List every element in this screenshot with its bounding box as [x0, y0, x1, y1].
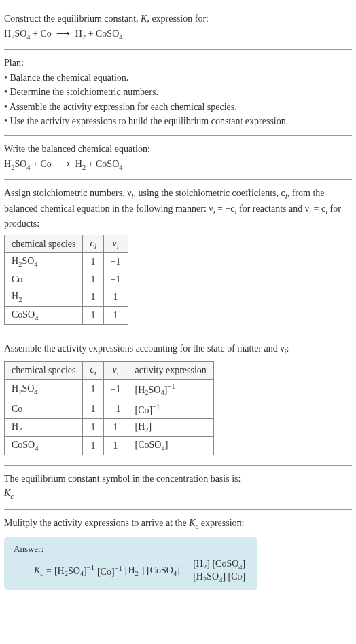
header-vi: νi: [103, 235, 128, 253]
eq-h2: H2: [75, 29, 86, 39]
multiply-section: Mulitply the activity expressions to arr…: [4, 510, 352, 596]
answer-box: Answer: Kc = [H2SO4]−1 [Co]−1 [H2] [CoSO…: [4, 537, 257, 590]
multiply-line: Mulitply the activity expressions to arr…: [4, 516, 352, 531]
symbol-section: The equilibrium constant symbol in the c…: [4, 466, 352, 510]
header-species: chemical species: [5, 362, 83, 380]
header-vi: νi: [103, 362, 128, 380]
cell-ci: 1: [83, 271, 103, 288]
arrow-icon: ⟶: [56, 29, 70, 39]
bal-h2so4: H2SO4: [4, 159, 31, 169]
cell-species: CoSO4: [5, 437, 83, 455]
cell-vi: −1: [103, 271, 128, 288]
activity-title: Assemble the activity expressions accoun…: [4, 342, 352, 357]
plan-bullet-4: • Use the activity expressions to build …: [4, 115, 352, 128]
stoich-table: chemical species ci νi H2SO4 1 −1 Co 1 −…: [4, 235, 128, 325]
cell-activity: [CoSO4]: [128, 437, 213, 455]
k-symbol: K: [141, 14, 147, 24]
cell-ci: 1: [83, 288, 103, 307]
cell-species: Co: [5, 400, 83, 419]
term-h2so4: [H2SO4]−1: [54, 564, 94, 577]
cell-ci: 1: [83, 380, 103, 400]
answer-label: Answer:: [14, 544, 248, 554]
bal-plus-coso4: + CoSO4: [86, 159, 122, 169]
cell-vi: 1: [103, 288, 128, 307]
cell-species: CoSO4: [5, 307, 83, 325]
symbol-line: The equilibrium constant symbol in the c…: [4, 472, 352, 486]
prompt-text-1: Construct the equilibrium constant,: [4, 14, 141, 24]
term-co: [Co]−1: [97, 565, 122, 577]
table-row: H2 1 1 [H2]: [5, 419, 214, 437]
plan-bullet-3: • Assemble the activity expression for e…: [4, 100, 352, 114]
cell-ci: 1: [83, 307, 103, 325]
bal-plus-co: + Co: [31, 159, 52, 169]
table-row: H2 1 1: [5, 288, 128, 307]
cell-vi: −1: [103, 253, 128, 271]
header-ci: ci: [83, 362, 103, 380]
cell-ci: 1: [83, 419, 103, 437]
activity-section: Assemble the activity expressions accoun…: [4, 335, 352, 466]
cell-vi: −1: [103, 400, 128, 419]
table-row: Co 1 −1 [Co]−1: [5, 400, 214, 419]
cell-species: H2: [5, 288, 83, 307]
eq-h2so4: H2SO4: [4, 29, 31, 39]
fraction: [H2] [CoSO4] [H2SO4] [Co]: [192, 558, 247, 584]
plan-title: Plan:: [4, 56, 352, 70]
stoich-section: Assign stoichiometric numbers, νi, using…: [4, 180, 352, 335]
activity-header-row: chemical species ci νi activity expressi…: [5, 362, 214, 380]
numerator: [H2] [CoSO4]: [192, 558, 247, 571]
intro-section: Construct the equilibrium constant, K, e…: [4, 5, 352, 50]
prompt-text-2: , expression for:: [147, 14, 209, 24]
cell-ci: 1: [83, 437, 103, 455]
table-row: CoSO4 1 1 [CoSO4]: [5, 437, 214, 455]
plan-bullet-1: • Balance the chemical equation.: [4, 71, 352, 85]
table-row: H2SO4 1 −1: [5, 253, 128, 271]
table-row: H2SO4 1 −1 [H2SO4]−1: [5, 380, 214, 400]
intro-prompt: Construct the equilibrium constant, K, e…: [4, 12, 352, 26]
cell-vi: −1: [103, 380, 128, 400]
cell-ci: 1: [83, 253, 103, 271]
plan-section: Plan: • Balance the chemical equation. •…: [4, 50, 352, 136]
header-activity: activity expression: [128, 362, 213, 380]
stoich-intro: Assign stoichiometric numbers, νi, using…: [4, 187, 352, 231]
cell-species: Co: [5, 271, 83, 288]
equals: =: [46, 566, 52, 577]
kc-inline: Kc: [189, 518, 198, 528]
cell-species: H2SO4: [5, 380, 83, 400]
kc-lhs: Kc: [34, 565, 43, 577]
arrow-icon-2: ⟶: [56, 159, 70, 169]
balanced-title: Write the balanced chemical equation:: [4, 143, 352, 156]
stoich-header-row: chemical species ci νi: [5, 235, 128, 253]
cell-ci: 1: [83, 400, 103, 419]
header-ci: ci: [83, 235, 103, 253]
bal-h2: H2: [75, 159, 86, 169]
cell-species: H2SO4: [5, 253, 83, 271]
term-coso4: ] [CoSO4] =: [141, 565, 188, 577]
cell-vi: 1: [103, 307, 128, 325]
cell-activity: [Co]−1: [128, 400, 213, 419]
plan-bullet-2: • Determine the stoichiometric numbers.: [4, 86, 352, 99]
table-row: Co 1 −1: [5, 271, 128, 288]
term-h2: [H2: [125, 565, 139, 577]
cell-activity: [H2]: [128, 419, 213, 437]
table-row: CoSO4 1 1: [5, 307, 128, 325]
cell-vi: 1: [103, 419, 128, 437]
cell-vi: 1: [103, 437, 128, 455]
intro-equation: H2SO4 + Co ⟶ H2 + CoSO4: [4, 27, 352, 42]
balanced-section: Write the balanced chemical equation: H2…: [4, 136, 352, 180]
eq-plus-co: + Co: [31, 29, 52, 39]
header-species: chemical species: [5, 235, 83, 253]
balanced-equation: H2SO4 + Co ⟶ H2 + CoSO4: [4, 157, 352, 172]
kc-symbol: Kc: [4, 487, 352, 501]
answer-formula: Kc = [H2SO4]−1 [Co]−1 [H2] [CoSO4] = [H2…: [14, 558, 248, 584]
eq-plus-coso4: + CoSO4: [86, 29, 122, 39]
cell-activity: [H2SO4]−1: [128, 380, 213, 400]
activity-table: chemical species ci νi activity expressi…: [4, 361, 214, 455]
denominator: [H2SO4] [Co]: [192, 571, 247, 584]
cell-species: H2: [5, 419, 83, 437]
